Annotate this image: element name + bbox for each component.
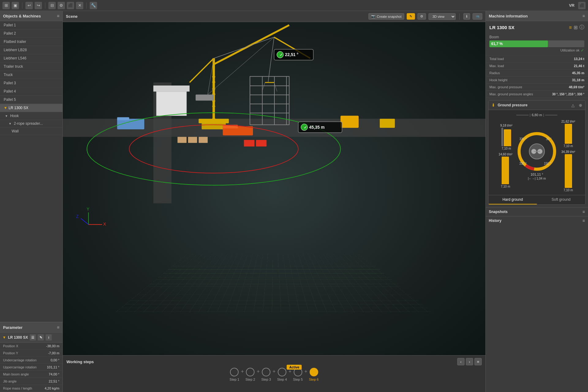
scene-3d[interactable]: X Y Z ✓ 22,51 ° ✓ 45,35 m	[63, 22, 485, 355]
active-badge: Active	[287, 365, 302, 370]
ws-label-2: Step 2	[245, 378, 255, 381]
info-radius: Radius 45,35 m	[486, 70, 588, 77]
ws-circle-6[interactable]	[310, 368, 318, 376]
param-machine-row: ▼ LR 1300 SX ☰ ✎ i	[0, 333, 62, 343]
gp-mid-row: 9,18 t/m² 7,10 m 14,60 t/m²	[491, 120, 583, 192]
snapshots-menu-icon[interactable]: ≡	[582, 209, 585, 214]
settings-btn[interactable]: ⚙	[417, 13, 426, 20]
svg-text:150 °: 150 °	[544, 162, 551, 165]
param-icon-list[interactable]: ☰	[30, 334, 36, 341]
gp-tab-hard[interactable]: Hard ground	[488, 195, 537, 204]
svg-rect-13	[199, 119, 229, 123]
toolbar-icon-2[interactable]: ▣	[12, 2, 19, 9]
ws-step-6-wrapper: Active Step 6	[309, 368, 319, 381]
gp-right-bot-bar	[565, 154, 572, 188]
ws-step-3: Step 3	[261, 368, 271, 381]
gp-tab-soft[interactable]: Soft ground	[537, 195, 585, 204]
toolbar-sep-1	[22, 2, 22, 9]
ws-circle-2[interactable]	[246, 368, 254, 376]
gp-globe-icon[interactable]: ⊕	[579, 103, 582, 108]
param-icon-info[interactable]: i	[46, 334, 52, 341]
history-menu-icon[interactable]: ≡	[582, 218, 585, 223]
info-max-gp-label: Max. ground pressure	[489, 85, 522, 89]
ws-circle-3[interactable]	[262, 368, 270, 376]
list-item-pallet5[interactable]: Pallet 5	[0, 96, 62, 104]
param-rope-label: Rope mass / length	[3, 386, 38, 390]
view-select[interactable]: 3D view Top view Front view	[428, 13, 456, 20]
svg-text:✓: ✓	[280, 53, 283, 57]
toolbar-vr-icon[interactable]: ⬛	[578, 2, 586, 9]
svg-text:210 °: 210 °	[519, 162, 526, 165]
gp-left-bars: 9,18 t/m² 7,10 m 14,60 t/m²	[491, 124, 512, 188]
gp-right-bars: 21,62 t/m² 7,10 m 34,39 t/m² 7,10 m	[561, 120, 583, 192]
param-uppercarriage-value: 101,11 °	[38, 365, 59, 369]
ws-prev-btn[interactable]: ‹	[457, 358, 465, 365]
boom-percent: 61,7 %	[491, 42, 503, 46]
objects-machines-menu-icon[interactable]: ≡	[57, 13, 59, 18]
machine-info-menu-icon[interactable]: ≡	[582, 13, 585, 18]
param-jib-value: 22,51 °	[38, 379, 59, 383]
toolbar-close-icon[interactable]: ✕	[76, 2, 83, 9]
toolbar-wrench[interactable]: 🔧	[90, 2, 97, 9]
machine-table-icon[interactable]: ⊞	[574, 25, 578, 30]
info-radius-label: Radius	[489, 71, 500, 75]
info-hook-height: Hook height 31,18 m	[486, 77, 588, 84]
info-btn[interactable]: ℹ	[463, 13, 470, 20]
list-item-trailer[interactable]: Trailer truck	[0, 63, 62, 71]
scene-toolbar: Scene 📷 Create snapshot ✎ ⚙ 3D view Top …	[63, 11, 485, 22]
camera-icon: 📷	[371, 14, 375, 18]
param-mainboom: Main boom angle 74,00 °	[0, 371, 62, 378]
ws-label-3: Step 3	[261, 378, 271, 381]
list-item-truck[interactable]: Truck	[0, 71, 62, 79]
gp-right-top-val: 21,62 t/m²	[561, 120, 575, 123]
video-btn[interactable]: 📹	[473, 13, 482, 20]
toolbar-grid[interactable]: ⊟	[48, 2, 56, 9]
ws-circle-4[interactable]	[278, 368, 286, 376]
svg-rect-42	[341, 116, 359, 128]
gp-header: ⬇ Ground pressure △ ⊕	[488, 101, 585, 110]
objects-machines-title: Objects & Machines	[3, 14, 41, 18]
info-max-gp-value: 48,69 t/m²	[569, 85, 584, 89]
toolbar-undo[interactable]: ↩	[25, 2, 33, 9]
toolbar-settings[interactable]: ⚙	[58, 2, 65, 9]
list-item-hook[interactable]: ▼ Hook	[0, 112, 62, 120]
boom-bar: 61,7 %	[489, 40, 548, 47]
ws-nav: ‹ › ≡	[457, 358, 482, 365]
list-item-wall[interactable]: Wall	[0, 127, 62, 135]
ws-menu-btn[interactable]: ≡	[474, 358, 482, 365]
param-pos-x-label: Position X	[3, 344, 38, 348]
list-item-pallet1[interactable]: Pallet 1	[0, 21, 62, 29]
ws-circle-1[interactable]	[230, 368, 239, 376]
snapshots-title: Snapshots	[489, 210, 507, 214]
list-item-l546[interactable]: Liebherr L546	[0, 54, 62, 63]
ws-step-4: Step 4	[277, 368, 287, 381]
list-item-lb28[interactable]: Liebherr LB28	[0, 46, 62, 54]
param-undercarriage-label: Undercarriage rotation	[3, 358, 38, 362]
list-item-2rope[interactable]: ▼ 2-rope spreader...	[0, 120, 62, 127]
param-icon-edit[interactable]: ✎	[38, 334, 44, 341]
list-item-pallet4[interactable]: Pallet 4	[0, 87, 62, 96]
history-section: History ≡	[486, 216, 588, 225]
info-max-load: Max. load 21,46 t	[486, 63, 588, 70]
svg-text:45,35 m: 45,35 m	[309, 125, 325, 130]
info-radius-value: 45,35 m	[572, 71, 584, 75]
toolbar-export[interactable]: ⬛	[67, 2, 74, 9]
ws-label-5: Step 5	[293, 378, 303, 381]
machine-info-icon[interactable]: ⓘ	[579, 24, 584, 31]
toolbar-icon-1[interactable]: ⊞	[2, 2, 10, 9]
toolbar-redo[interactable]: ↪	[35, 2, 42, 9]
info-max-gp: Max. ground pressure 48,69 t/m²	[486, 84, 588, 91]
list-item-lr1300sx[interactable]: ▼ LR 1300 SX	[0, 104, 62, 112]
gp-tool-icon[interactable]: △	[571, 103, 575, 108]
ws-next-btn[interactable]: ›	[466, 358, 473, 365]
list-item-flatbed[interactable]: Flatbed trailer	[0, 38, 62, 46]
scene-area: Scene 📷 Create snapshot ✎ ⚙ 3D view Top …	[63, 11, 485, 392]
pencil-btn[interactable]: ✎	[407, 13, 415, 20]
svg-text:X: X	[103, 222, 106, 226]
machine-list-icon[interactable]: ≡	[569, 25, 572, 30]
create-snapshot-btn[interactable]: 📷 Create snapshot	[368, 13, 404, 20]
list-item-pallet3[interactable]: Pallet 3	[0, 79, 62, 87]
info-total-load: Total load 13,24 t	[486, 55, 588, 63]
parameter-menu-icon[interactable]: ≡	[57, 325, 59, 330]
list-item-pallet2[interactable]: Pallet 2	[0, 29, 62, 38]
